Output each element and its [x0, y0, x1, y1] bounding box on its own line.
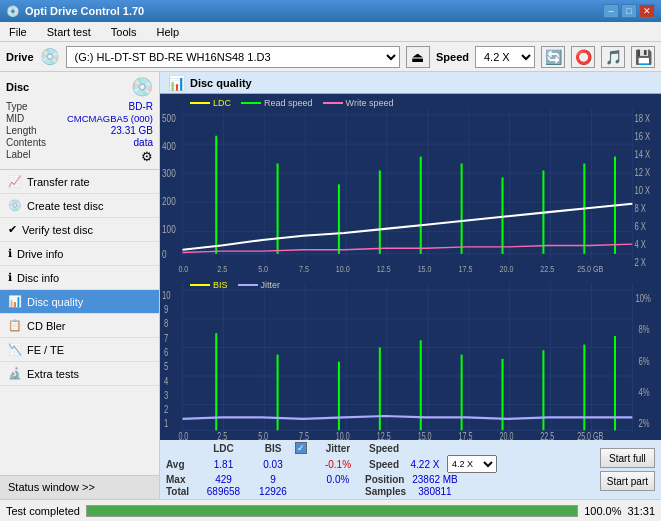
avg-speed-val: 4.22 X: [405, 459, 445, 470]
nav-disc-quality[interactable]: 📊 Disc quality: [0, 290, 159, 314]
svg-text:10.0: 10.0: [336, 263, 350, 274]
minimize-button[interactable]: –: [603, 4, 619, 18]
burn-button[interactable]: ⭕: [571, 46, 595, 68]
status-time: 31:31: [627, 505, 655, 517]
svg-text:6 X: 6 X: [634, 221, 646, 232]
disc-label-icon: ⚙: [141, 149, 153, 164]
svg-text:16 X: 16 X: [634, 131, 650, 142]
avg-speed-label: Speed: [365, 459, 403, 470]
svg-text:5.0: 5.0: [258, 263, 268, 274]
fe-te-icon: 📉: [8, 343, 22, 356]
nav-extra-tests-label: Extra tests: [27, 368, 79, 380]
disc-length-label: Length: [6, 125, 37, 136]
chart2-area: BIS Jitter 10 9 8 7 6 5 4: [160, 276, 661, 440]
menu-start-test[interactable]: Start test: [42, 24, 96, 40]
nav-drive-info-label: Drive info: [17, 248, 63, 260]
menu-file[interactable]: File: [4, 24, 32, 40]
jitter-checkbox[interactable]: ✓: [295, 442, 307, 454]
legend-write-speed: Write speed: [346, 98, 394, 108]
nav-extra-tests[interactable]: 🔬 Extra tests: [0, 362, 159, 386]
avg-label: Avg: [166, 459, 194, 470]
status-window-btn[interactable]: Status window >>: [0, 475, 159, 499]
nav-verify-test-disc[interactable]: ✔ Verify test disc: [0, 218, 159, 242]
svg-text:14 X: 14 X: [634, 149, 650, 160]
svg-text:4%: 4%: [639, 387, 650, 399]
col-ldc: LDC: [196, 443, 251, 454]
drive-disc-icon: 💿: [40, 47, 60, 66]
close-button[interactable]: ✕: [639, 4, 655, 18]
content-area: 📊 Disc quality LDC Read speed: [160, 72, 661, 499]
speed-select[interactable]: 4.2 X: [475, 46, 535, 68]
content-header: 📊 Disc quality: [160, 72, 661, 94]
col-speed: Speed: [365, 443, 403, 454]
menu-tools[interactable]: Tools: [106, 24, 142, 40]
transfer-rate-icon: 📈: [8, 175, 22, 188]
svg-text:5.0: 5.0: [258, 431, 268, 440]
nav-create-test-disc-label: Create test disc: [27, 200, 103, 212]
svg-text:10 X: 10 X: [634, 185, 650, 196]
max-ldc: 429: [196, 474, 251, 485]
svg-text:0: 0: [162, 248, 167, 261]
nav-fe-te[interactable]: 📉 FE / TE: [0, 338, 159, 362]
app-title: Opti Drive Control 1.70: [25, 5, 144, 17]
legend-ldc: LDC: [213, 98, 231, 108]
speed-display-select[interactable]: 4.2 X: [447, 455, 497, 473]
bottom-stats: LDC BIS ✓ Jitter Speed Avg 1.81 0.03 -0.…: [160, 440, 661, 499]
svg-text:100: 100: [162, 223, 176, 236]
menu-help[interactable]: Help: [151, 24, 184, 40]
disc-panel-icon: 💿: [131, 76, 153, 98]
refresh-button[interactable]: 🔄: [541, 46, 565, 68]
svg-text:2%: 2%: [639, 418, 650, 430]
total-samples-val: 380811: [405, 486, 465, 497]
drive-info-icon: ℹ: [8, 247, 12, 260]
nav-disc-info[interactable]: ℹ Disc info: [0, 266, 159, 290]
save-button[interactable]: 💾: [631, 46, 655, 68]
disc-info-icon: ℹ: [8, 271, 12, 284]
start-full-button[interactable]: Start full: [600, 448, 655, 468]
svg-text:7.5: 7.5: [299, 263, 309, 274]
eject-button[interactable]: ⏏: [406, 46, 430, 68]
disc-type-label: Type: [6, 101, 28, 112]
disc-length-value: 23.31 GB: [111, 125, 153, 136]
total-samples-label: Samples: [365, 486, 403, 497]
svg-text:8 X: 8 X: [634, 203, 646, 214]
nav-transfer-rate[interactable]: 📈 Transfer rate: [0, 170, 159, 194]
disc-mid-label: MID: [6, 113, 24, 124]
svg-text:7.5: 7.5: [299, 431, 309, 440]
nav-disc-info-label: Disc info: [17, 272, 59, 284]
maximize-button[interactable]: □: [621, 4, 637, 18]
svg-text:10%: 10%: [635, 292, 650, 304]
disc-mid-value: CMCMAGBA5 (000): [67, 113, 153, 124]
stats-left: LDC BIS ✓ Jitter Speed Avg 1.81 0.03 -0.…: [166, 442, 592, 497]
col-jitter: Jitter: [313, 443, 363, 454]
audio-button[interactable]: 🎵: [601, 46, 625, 68]
svg-text:7: 7: [164, 332, 168, 344]
max-bis: 9: [253, 474, 293, 485]
svg-text:9: 9: [164, 304, 168, 316]
verify-test-disc-icon: ✔: [8, 223, 17, 236]
total-bis: 12926: [253, 486, 293, 497]
drive-bar: Drive 💿 (G:) HL-DT-ST BD-RE WH16NS48 1.D…: [0, 42, 661, 72]
avg-ldc: 1.81: [196, 459, 251, 470]
max-jitter: 0.0%: [313, 474, 363, 485]
start-part-button[interactable]: Start part: [600, 471, 655, 491]
disc-contents-label: Contents: [6, 137, 46, 148]
svg-text:1: 1: [164, 418, 168, 430]
chart2-legend: BIS Jitter: [190, 280, 280, 290]
drive-select[interactable]: (G:) HL-DT-ST BD-RE WH16NS48 1.D3: [66, 46, 400, 68]
content-title: Disc quality: [190, 77, 252, 89]
svg-text:10: 10: [162, 289, 171, 301]
svg-text:22.5: 22.5: [540, 263, 554, 274]
progress-bar-container: [86, 505, 578, 517]
nav-create-test-disc[interactable]: 💿 Create test disc: [0, 194, 159, 218]
menu-bar: File Start test Tools Help: [0, 22, 661, 42]
main-layout: Disc 💿 Type BD-R MID CMCMAGBA5 (000) Len…: [0, 72, 661, 499]
nav-cd-bler[interactable]: 📋 CD Bler: [0, 314, 159, 338]
nav-drive-info[interactable]: ℹ Drive info: [0, 242, 159, 266]
disc-contents-value: data: [134, 137, 153, 148]
nav-transfer-rate-label: Transfer rate: [27, 176, 90, 188]
nav-fe-te-label: FE / TE: [27, 344, 64, 356]
app-icon: 💿: [6, 5, 20, 18]
legend-bis: BIS: [213, 280, 228, 290]
svg-text:500: 500: [162, 112, 176, 125]
